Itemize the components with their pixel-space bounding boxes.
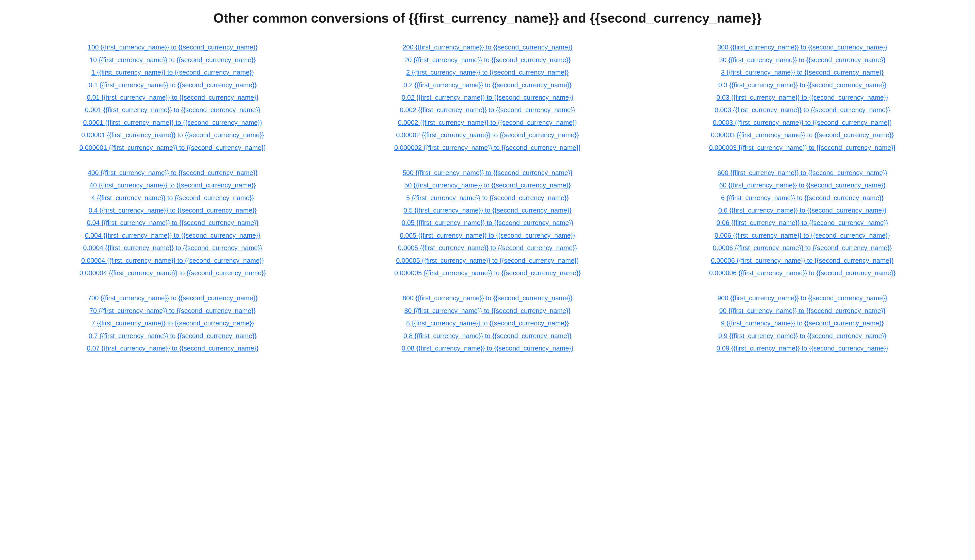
conversion-link[interactable]: 40 {{first_currency_name}} to {{second_c… xyxy=(20,179,325,192)
conversion-link[interactable]: 0.00004 {{first_currency_name}} to {{sec… xyxy=(20,254,325,267)
conversion-link[interactable]: 0.03 {{first_currency_name}} to {{second… xyxy=(650,91,955,104)
conversion-link[interactable]: 0.001 {{first_currency_name}} to {{secon… xyxy=(20,104,325,116)
conversion-link[interactable]: 100 {{first_currency_name}} to {{second_… xyxy=(20,41,325,53)
conversion-link[interactable]: 4 {{first_currency_name}} to {{second_cu… xyxy=(20,192,325,204)
conversion-link[interactable]: 0.04 {{first_currency_name}} to {{second… xyxy=(20,217,325,229)
conversion-link[interactable]: 0.0004 {{first_currency_name}} to {{seco… xyxy=(20,242,325,254)
conversion-link[interactable]: 200 {{first_currency_name}} to {{second_… xyxy=(335,41,640,53)
column-2: 200 {{first_currency_name}} to {{second_… xyxy=(330,41,645,367)
conversion-link[interactable]: 800 {{first_currency_name}} to {{second_… xyxy=(335,292,640,304)
group-col2-1: 200 {{first_currency_name}} to {{second_… xyxy=(335,41,640,154)
conversion-link[interactable]: 10 {{first_currency_name}} to {{second_c… xyxy=(20,54,325,66)
conversion-link[interactable]: 2 {{first_currency_name}} to {{second_cu… xyxy=(335,66,640,78)
conversion-link[interactable]: 0.000006 {{first_currency_name}} to {{se… xyxy=(650,267,955,279)
group-col3-3: 900 {{first_currency_name}} to {{second_… xyxy=(650,292,955,355)
conversion-link[interactable]: 0.0006 {{first_currency_name}} to {{seco… xyxy=(650,242,955,254)
conversion-link[interactable]: 0.000002 {{first_currency_name}} to {{se… xyxy=(335,142,640,154)
conversion-link[interactable]: 0.00002 {{first_currency_name}} to {{sec… xyxy=(335,129,640,141)
conversion-link[interactable]: 0.01 {{first_currency_name}} to {{second… xyxy=(20,91,325,104)
conversion-link[interactable]: 7 {{first_currency_name}} to {{second_cu… xyxy=(20,317,325,330)
conversion-link[interactable]: 600 {{first_currency_name}} to {{second_… xyxy=(650,167,955,179)
conversion-link[interactable]: 0.7 {{first_currency_name}} to {{second_… xyxy=(20,330,325,342)
conversion-link[interactable]: 0.5 {{first_currency_name}} to {{second_… xyxy=(335,204,640,217)
page-title: Other common conversions of {{first_curr… xyxy=(15,10,960,26)
conversion-link[interactable]: 3 {{first_currency_name}} to {{second_cu… xyxy=(650,66,955,78)
conversion-link[interactable]: 0.2 {{first_currency_name}} to {{second_… xyxy=(335,79,640,91)
conversion-link[interactable]: 70 {{first_currency_name}} to {{second_c… xyxy=(20,305,325,317)
conversion-link[interactable]: 700 {{first_currency_name}} to {{second_… xyxy=(20,292,325,304)
conversion-link[interactable]: 0.02 {{first_currency_name}} to {{second… xyxy=(335,91,640,104)
conversion-link[interactable]: 8 {{first_currency_name}} to {{second_cu… xyxy=(335,317,640,330)
conversion-link[interactable]: 50 {{first_currency_name}} to {{second_c… xyxy=(335,179,640,192)
conversion-link[interactable]: 9 {{first_currency_name}} to {{second_cu… xyxy=(650,317,955,330)
conversions-grid: 100 {{first_currency_name}} to {{second_… xyxy=(15,41,960,367)
conversion-link[interactable]: 900 {{first_currency_name}} to {{second_… xyxy=(650,292,955,304)
conversion-link[interactable]: 5 {{first_currency_name}} to {{second_cu… xyxy=(335,192,640,204)
conversion-link[interactable]: 0.0003 {{first_currency_name}} to {{seco… xyxy=(650,117,955,129)
conversion-link[interactable]: 0.8 {{first_currency_name}} to {{second_… xyxy=(335,330,640,342)
group-col2-2: 500 {{first_currency_name}} to {{second_… xyxy=(335,167,640,280)
column-1: 100 {{first_currency_name}} to {{second_… xyxy=(15,41,330,367)
conversion-link[interactable]: 0.07 {{first_currency_name}} to {{second… xyxy=(20,342,325,355)
conversion-link[interactable]: 90 {{first_currency_name}} to {{second_c… xyxy=(650,305,955,317)
conversion-link[interactable]: 0.004 {{first_currency_name}} to {{secon… xyxy=(20,229,325,242)
conversion-link[interactable]: 0.9 {{first_currency_name}} to {{second_… xyxy=(650,330,955,342)
conversion-link[interactable]: 0.00006 {{first_currency_name}} to {{sec… xyxy=(650,254,955,267)
conversion-link[interactable]: 0.002 {{first_currency_name}} to {{secon… xyxy=(335,104,640,116)
conversion-link[interactable]: 0.1 {{first_currency_name}} to {{second_… xyxy=(20,79,325,91)
conversion-link[interactable]: 60 {{first_currency_name}} to {{second_c… xyxy=(650,179,955,192)
conversion-link[interactable]: 0.005 {{first_currency_name}} to {{secon… xyxy=(335,229,640,242)
conversion-link[interactable]: 0.3 {{first_currency_name}} to {{second_… xyxy=(650,79,955,91)
conversion-link[interactable]: 0.4 {{first_currency_name}} to {{second_… xyxy=(20,204,325,217)
conversion-link[interactable]: 0.000004 {{first_currency_name}} to {{se… xyxy=(20,267,325,279)
conversion-link[interactable]: 300 {{first_currency_name}} to {{second_… xyxy=(650,41,955,53)
conversion-link[interactable]: 0.000001 {{first_currency_name}} to {{se… xyxy=(20,142,325,154)
conversion-link[interactable]: 0.00005 {{first_currency_name}} to {{sec… xyxy=(335,254,640,267)
group-col1-1: 100 {{first_currency_name}} to {{second_… xyxy=(20,41,325,154)
conversion-link[interactable]: 0.006 {{first_currency_name}} to {{secon… xyxy=(650,229,955,242)
conversion-link[interactable]: 0.05 {{first_currency_name}} to {{second… xyxy=(335,217,640,229)
conversion-link[interactable]: 500 {{first_currency_name}} to {{second_… xyxy=(335,167,640,179)
conversion-link[interactable]: 20 {{first_currency_name}} to {{second_c… xyxy=(335,54,640,66)
group-col1-3: 700 {{first_currency_name}} to {{second_… xyxy=(20,292,325,355)
conversion-link[interactable]: 0.09 {{first_currency_name}} to {{second… xyxy=(650,342,955,355)
conversion-link[interactable]: 0.06 {{first_currency_name}} to {{second… xyxy=(650,217,955,229)
group-col1-2: 400 {{first_currency_name}} to {{second_… xyxy=(20,167,325,280)
conversion-link[interactable]: 1 {{first_currency_name}} to {{second_cu… xyxy=(20,66,325,78)
group-col3-2: 600 {{first_currency_name}} to {{second_… xyxy=(650,167,955,280)
conversion-link[interactable]: 0.00001 {{first_currency_name}} to {{sec… xyxy=(20,129,325,141)
conversion-link[interactable]: 0.08 {{first_currency_name}} to {{second… xyxy=(335,342,640,355)
conversion-link[interactable]: 0.0001 {{first_currency_name}} to {{seco… xyxy=(20,117,325,129)
conversion-link[interactable]: 0.003 {{first_currency_name}} to {{secon… xyxy=(650,104,955,116)
group-col2-3: 800 {{first_currency_name}} to {{second_… xyxy=(335,292,640,355)
conversion-link[interactable]: 0.0002 {{first_currency_name}} to {{seco… xyxy=(335,117,640,129)
conversion-link[interactable]: 0.000005 {{first_currency_name}} to {{se… xyxy=(335,267,640,279)
conversion-link[interactable]: 0.000003 {{first_currency_name}} to {{se… xyxy=(650,142,955,154)
column-3: 300 {{first_currency_name}} to {{second_… xyxy=(645,41,960,367)
conversion-link[interactable]: 0.0005 {{first_currency_name}} to {{seco… xyxy=(335,242,640,254)
conversion-link[interactable]: 30 {{first_currency_name}} to {{second_c… xyxy=(650,54,955,66)
conversion-link[interactable]: 0.00003 {{first_currency_name}} to {{sec… xyxy=(650,129,955,141)
conversion-link[interactable]: 80 {{first_currency_name}} to {{second_c… xyxy=(335,305,640,317)
conversion-link[interactable]: 400 {{first_currency_name}} to {{second_… xyxy=(20,167,325,179)
conversion-link[interactable]: 6 {{first_currency_name}} to {{second_cu… xyxy=(650,192,955,204)
group-col3-1: 300 {{first_currency_name}} to {{second_… xyxy=(650,41,955,154)
conversion-link[interactable]: 0.6 {{first_currency_name}} to {{second_… xyxy=(650,204,955,217)
